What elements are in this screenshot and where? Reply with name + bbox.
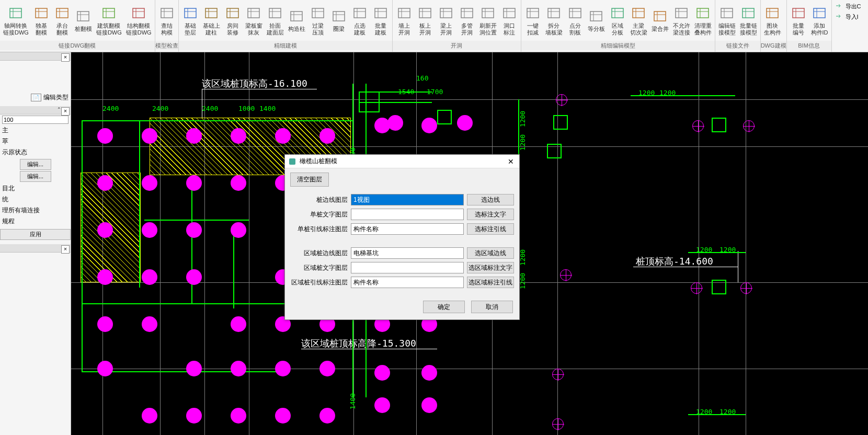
ribbon-button[interactable]: 建筑翻模 链接DWG [94,1,124,40]
ribbon-button[interactable]: 点选 建板 [349,1,370,40]
collapse-icon[interactable]: ⌃ [57,107,61,112]
ribbon-button[interactable]: 等分板 [586,1,607,40]
ribbon-button[interactable]: 点分 割板 [565,1,586,40]
panel-close-button[interactable]: × [61,53,70,62]
panel-item[interactable]: 理所有墙连接 [0,205,71,216]
panel-item[interactable]: 萃 [0,136,71,147]
ribbon-icon [310,5,326,21]
pile-marker [142,316,157,332]
ribbon-button[interactable]: 编辑链 接模型 [716,1,738,40]
panel-item[interactable]: 规程 [0,216,71,227]
ribbon-button[interactable]: 图块 生构件 [762,1,783,40]
ribbon-button[interactable]: 板上 开洞 [415,1,436,40]
layer-input[interactable] [351,262,464,273]
dialog-close-button[interactable]: ✕ [506,156,516,167]
apply-button[interactable]: 应用 [0,229,71,240]
ribbon-icon [524,5,541,21]
leader-line [202,89,317,89]
ribbon-button[interactable]: 梁上 开洞 [436,1,456,40]
pick-button[interactable]: 选区域边线 [467,247,514,259]
pick-button[interactable]: 选标注引线 [467,223,514,235]
panel-item[interactable]: 目北 [0,183,71,194]
ribbon-button[interactable]: 查结 构模 [156,1,177,40]
ribbon-button[interactable]: 批量 建板 [370,1,391,40]
ribbon-icon [588,8,604,25]
panel-close-button-2[interactable]: × [61,107,70,116]
pick-button[interactable]: 选区域标注引线 [467,277,514,288]
ribbon-button[interactable]: 批量链 接模型 [738,1,759,40]
edit-button-2[interactable]: 编辑... [20,171,51,182]
layer-input[interactable] [351,194,464,205]
cad-dim: 1200 [519,273,527,289]
ok-button[interactable]: 确定 [423,301,465,313]
pile-marker [97,128,113,144]
pile-marker [275,361,291,376]
ribbon-button[interactable]: 构造柱 [286,1,307,40]
ribbon-button[interactable]: 一键 扣减 [522,1,543,40]
panel-item[interactable]: 统 [0,194,71,205]
ribbon-icon [330,8,347,25]
green-line-v [518,99,519,157]
svg-rect-30 [248,8,259,18]
svg-rect-75 [569,8,581,18]
layer-input[interactable] [351,223,464,235]
ribbon-button-label: 过梁 压顶 [312,22,324,36]
ribbon-button[interactable]: 独基 翻模 [31,1,52,40]
ribbon-button[interactable]: 承台 翻模 [52,1,73,40]
ribbon-button[interactable]: 桩翻模 [73,1,94,40]
svg-rect-15 [133,8,144,18]
panel-item[interactable]: 示原状态 [0,147,71,158]
edit-button[interactable]: 编辑... [20,159,51,170]
ribbon-button[interactable]: 拾面 建面层 [265,1,286,40]
ribbon-button[interactable]: 基础上 建柱 [201,1,222,40]
edit-type-icon[interactable]: 📄 [31,94,41,101]
dialog-field-row: 区域桩引线标注图层选区域标注引线 [290,277,514,288]
ribbon-button[interactable]: 房间 装修 [222,1,243,40]
ribbon-button[interactable]: 基础 垫层 [180,1,201,40]
ribbon-button[interactable]: 拆分 墙板梁 [543,1,565,40]
layer-input[interactable] [351,247,464,259]
value-input[interactable] [2,116,68,124]
pick-button[interactable]: 选标注文字 [467,209,514,220]
ribbon-button-label: 编辑链 接模型 [718,22,736,36]
ribbon-button[interactable]: 轴网转换 链接DWG [1,1,31,40]
ribbon-button[interactable]: 圈梁 [328,1,349,40]
ribbon-button[interactable]: 添加 构件ID [809,1,830,40]
layer-input[interactable] [351,277,464,288]
ribbon-button[interactable]: 区域 分板 [607,1,628,40]
ribbon-button[interactable]: 结构翻模 链接DWG [124,1,154,40]
pile-marker [186,361,202,376]
layer-input[interactable] [351,209,464,220]
clear-layers-button[interactable]: 清空图层 [290,173,329,187]
pile-marker [97,175,113,191]
ribbon-button[interactable]: 梁合并 [649,1,671,40]
ribbon-button[interactable]: 墙上 开洞 [394,1,415,40]
ribbon-small-button[interactable]: 导出C [833,1,863,12]
pile-marker [319,361,335,376]
ribbon-small-button[interactable]: 导入I [833,12,863,22]
ribbon-button[interactable]: 过梁 压顶 [307,1,328,40]
cancel-button[interactable]: 取消 [471,301,513,313]
ribbon-button[interactable]: 批量 编号 [788,1,809,40]
ribbon-button[interactable]: 梁板窗 抹灰 [243,1,265,40]
ribbon-button[interactable]: 洞口 标注 [499,1,520,40]
ribbon-button[interactable]: 多管 开洞 [456,1,477,40]
ribbon-button[interactable]: 主梁 切次梁 [628,1,649,40]
ribbon-button[interactable]: 不允许 梁连接 [671,1,692,40]
svg-rect-57 [440,8,452,18]
panel-close-button-3[interactable]: × [61,245,70,254]
pick-button[interactable]: 选区域标注文字 [467,262,514,273]
dialog-titlebar[interactable]: 橄榄山桩翻模 ✕ [285,155,519,168]
cross-marker [743,120,755,132]
ribbon-icon [479,5,496,21]
panel-item[interactable]: 主 [0,125,71,136]
pile-marker [186,269,202,285]
cross-marker [692,120,704,132]
grey-line-h [71,99,868,100]
pick-button[interactable]: 选边线 [467,194,514,205]
ribbon-button[interactable]: 刷新开 洞位置 [477,1,499,40]
edit-type-label[interactable]: 编辑类型 [43,93,68,102]
ribbon-icon [130,5,147,21]
ribbon-group: 基础 垫层基础上 建柱房间 装修梁板窗 抹灰拾面 建面层构造柱过梁 压顶圈梁点选… [179,0,393,52]
ribbon-button[interactable]: 清理重 叠构件 [692,1,714,40]
